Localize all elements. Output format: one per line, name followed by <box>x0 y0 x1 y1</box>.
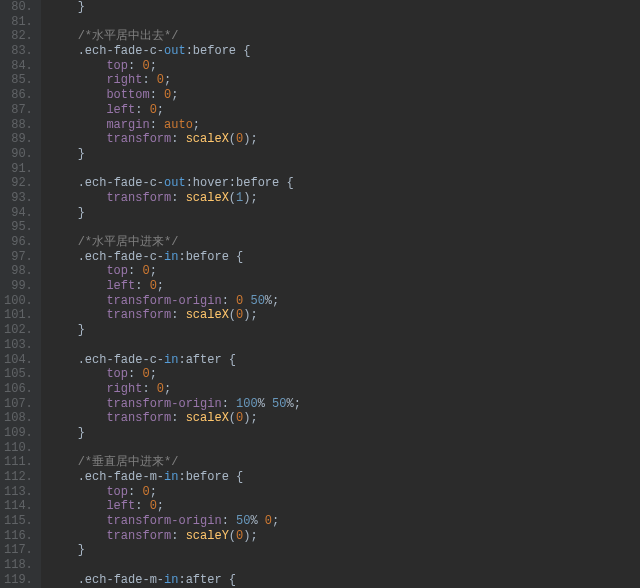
line-number: 92. <box>4 176 33 191</box>
line-number: 81. <box>4 15 33 30</box>
code-line: transform: scaleX(0); <box>49 132 640 147</box>
code-editor: 80.81.82.83.84.85.86.87.88.89.90.91.92.9… <box>0 0 640 588</box>
line-number: 90. <box>4 147 33 162</box>
line-number: 80. <box>4 0 33 15</box>
line-number: 116. <box>4 529 33 544</box>
code-line: transform-origin: 100% 50%; <box>49 397 640 412</box>
code-line: /*垂直居中进来*/ <box>49 455 640 470</box>
line-number: 100. <box>4 294 33 309</box>
line-number: 112. <box>4 470 33 485</box>
line-number: 118. <box>4 558 33 573</box>
code-line: top: 0; <box>49 367 640 382</box>
line-number: 85. <box>4 73 33 88</box>
code-line: top: 0; <box>49 264 640 279</box>
line-number: 113. <box>4 485 33 500</box>
code-line: .ech-fade-c-out:hover:before { <box>49 176 640 191</box>
code-line: right: 0; <box>49 382 640 397</box>
line-number: 99. <box>4 279 33 294</box>
code-line <box>49 558 640 573</box>
code-line: bottom: 0; <box>49 88 640 103</box>
line-number: 91. <box>4 162 33 177</box>
line-number: 109. <box>4 426 33 441</box>
line-number: 110. <box>4 441 33 456</box>
code-line: } <box>49 543 640 558</box>
code-line: margin: auto; <box>49 118 640 133</box>
line-number: 94. <box>4 206 33 221</box>
line-number: 86. <box>4 88 33 103</box>
code-line <box>49 338 640 353</box>
code-line: transform: scaleX(0); <box>49 411 640 426</box>
code-line: left: 0; <box>49 499 640 514</box>
line-number: 115. <box>4 514 33 529</box>
code-line: transform: scaleX(0); <box>49 308 640 323</box>
code-line: .ech-fade-c-out:before { <box>49 44 640 59</box>
code-line: .ech-fade-m-in:after { <box>49 573 640 588</box>
code-line: transform-origin: 0 50%; <box>49 294 640 309</box>
code-line <box>49 162 640 177</box>
code-line: transform: scaleX(1); <box>49 191 640 206</box>
code-area[interactable]: } /*水平居中出去*/ .ech-fade-c-out:before { to… <box>41 0 640 588</box>
code-line: } <box>49 147 640 162</box>
line-number: 114. <box>4 499 33 514</box>
line-number: 108. <box>4 411 33 426</box>
code-line: top: 0; <box>49 485 640 500</box>
code-line: .ech-fade-c-in:after { <box>49 353 640 368</box>
line-number: 102. <box>4 323 33 338</box>
line-number: 95. <box>4 220 33 235</box>
line-number: 87. <box>4 103 33 118</box>
line-number: 84. <box>4 59 33 74</box>
line-number: 104. <box>4 353 33 368</box>
code-line: } <box>49 0 640 15</box>
line-number: 107. <box>4 397 33 412</box>
code-line: transform-origin: 50% 0; <box>49 514 640 529</box>
code-line: } <box>49 426 640 441</box>
line-number: 106. <box>4 382 33 397</box>
line-number: 117. <box>4 543 33 558</box>
line-number: 103. <box>4 338 33 353</box>
code-line <box>49 220 640 235</box>
line-number: 98. <box>4 264 33 279</box>
line-number: 101. <box>4 308 33 323</box>
line-number: 111. <box>4 455 33 470</box>
line-number: 82. <box>4 29 33 44</box>
line-number-gutter: 80.81.82.83.84.85.86.87.88.89.90.91.92.9… <box>0 0 41 588</box>
code-line: } <box>49 206 640 221</box>
code-line: right: 0; <box>49 73 640 88</box>
line-number: 97. <box>4 250 33 265</box>
code-line: .ech-fade-c-in:before { <box>49 250 640 265</box>
line-number: 93. <box>4 191 33 206</box>
code-line: /*水平居中进来*/ <box>49 235 640 250</box>
line-number: 89. <box>4 132 33 147</box>
line-number: 105. <box>4 367 33 382</box>
code-line: transform: scaleY(0); <box>49 529 640 544</box>
line-number: 96. <box>4 235 33 250</box>
line-number: 119. <box>4 573 33 588</box>
line-number: 83. <box>4 44 33 59</box>
code-line: left: 0; <box>49 279 640 294</box>
code-line: .ech-fade-m-in:before { <box>49 470 640 485</box>
code-line: left: 0; <box>49 103 640 118</box>
code-line: } <box>49 323 640 338</box>
code-line <box>49 441 640 456</box>
line-number: 88. <box>4 118 33 133</box>
code-line: /*水平居中出去*/ <box>49 29 640 44</box>
code-line <box>49 15 640 30</box>
code-line: top: 0; <box>49 59 640 74</box>
